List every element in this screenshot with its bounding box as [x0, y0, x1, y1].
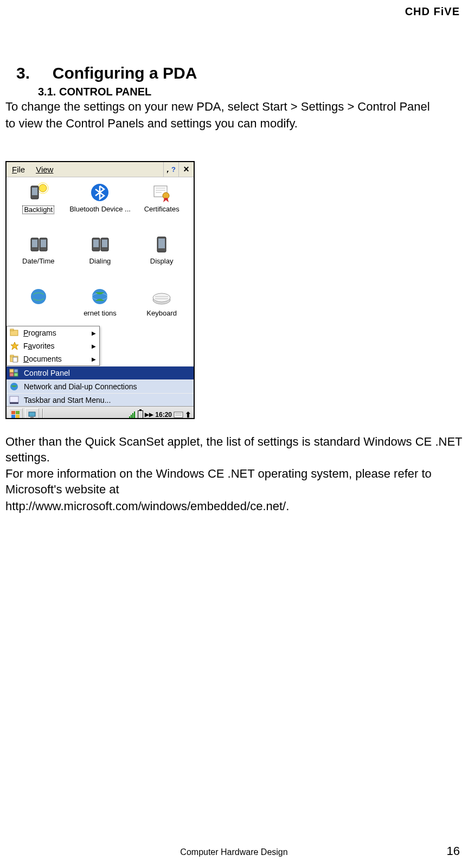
- section-title: Configuring a PDA: [53, 64, 197, 82]
- start-item-label: Control Panel: [24, 369, 70, 377]
- cp-item-display[interactable]: Display: [131, 233, 193, 282]
- cp-label: ernet tions: [84, 310, 117, 317]
- submenu-documents[interactable]: Documents ▶: [7, 352, 99, 365]
- programs-icon: [9, 328, 20, 338]
- cp-label: Certificates: [144, 205, 179, 213]
- documents-icon: [9, 354, 20, 364]
- svg-rect-40: [11, 411, 15, 414]
- svg-rect-35: [10, 373, 14, 376]
- cp-item-backlight[interactable]: Backlight: [8, 181, 69, 230]
- body-para-2c: http://www.microsoft.com/windows/embedde…: [5, 499, 463, 515]
- control-panel-icon: [9, 368, 20, 378]
- submenu-programs[interactable]: Programs ▶: [7, 326, 99, 339]
- menu-file[interactable]: File: [7, 163, 30, 176]
- chevron-right-icon: ▶: [92, 356, 96, 362]
- chevron-right-icon: ▶: [92, 343, 96, 349]
- svg-rect-34: [14, 369, 18, 372]
- cp-item-certificates[interactable]: Certificates: [131, 181, 193, 230]
- svg-rect-47: [131, 415, 132, 418]
- display-icon: [150, 233, 174, 256]
- body-para-1b: to view the Control Panels and settings …: [5, 116, 463, 132]
- svg-point-21: [31, 289, 46, 304]
- svg-rect-12: [32, 240, 37, 247]
- start-control-panel[interactable]: Control Panel: [7, 366, 194, 380]
- close-icon: ×: [183, 164, 189, 175]
- body-para-1a: To change the settings on your new PDA, …: [5, 99, 463, 115]
- svg-rect-39: [10, 402, 18, 404]
- svg-rect-42: [11, 415, 15, 418]
- page-header-brand: CHD FiVE: [5, 5, 463, 18]
- start-button[interactable]: [9, 408, 23, 419]
- taskbar-icon: [9, 395, 20, 405]
- page-number: 16: [447, 844, 460, 858]
- svg-rect-36: [14, 373, 18, 376]
- page-footer: Computer Hardware Design: [0, 847, 468, 857]
- menubar: File View ? ×: [7, 162, 194, 177]
- cp-label: Display: [150, 258, 174, 265]
- cp-item-keyboard[interactable]: Keyboard: [131, 285, 193, 335]
- svg-rect-4: [32, 188, 37, 195]
- svg-rect-17: [93, 240, 99, 247]
- start-item-label: Network and Dial-up Connections: [24, 382, 137, 391]
- globe-icon: [27, 285, 50, 308]
- subsection-heading: 3.1. CONTROL PANEL: [38, 86, 463, 98]
- bluetooth-icon: [88, 181, 112, 204]
- svg-rect-43: [16, 415, 20, 418]
- desktop-icon: [28, 411, 36, 419]
- svg-rect-45: [30, 417, 34, 418]
- backlight-icon: [27, 181, 50, 204]
- network-icon: [9, 382, 20, 391]
- section-number: 3.: [16, 64, 30, 82]
- submenu-favorites[interactable]: Favorites ▶: [7, 339, 99, 352]
- cp-label: Keyboard: [146, 310, 177, 317]
- svg-rect-29: [10, 329, 14, 331]
- sip-icon[interactable]: [174, 410, 183, 419]
- cp-label: Date/Time: [22, 258, 54, 265]
- dialing-icon: [88, 233, 112, 256]
- windows-flag-icon: [11, 410, 21, 419]
- cp-item-bluetooth[interactable]: Bluetooth Device ...: [69, 181, 131, 230]
- start-menu: Control Panel Network and Dial-up Connec…: [7, 366, 194, 407]
- start-taskbar-menu[interactable]: Taskbar and Start Menu...: [7, 393, 194, 407]
- cp-label: Dialing: [89, 258, 111, 265]
- section-heading: 3. Configuring a PDA: [16, 64, 463, 82]
- help-icon: ?: [166, 165, 176, 174]
- taskbar-desktop-button[interactable]: [25, 408, 39, 419]
- cp-label: Backlight: [22, 205, 54, 214]
- svg-rect-44: [29, 412, 35, 416]
- tray-up-arrow-icon[interactable]: ⬆: [185, 410, 191, 419]
- svg-rect-20: [158, 239, 165, 248]
- svg-rect-32: [13, 357, 17, 362]
- keyboard-icon: [150, 285, 174, 308]
- cp-item-datetime[interactable]: Date/Time: [8, 233, 69, 282]
- svg-point-1: [39, 184, 47, 192]
- cp-label: Bluetooth Device ...: [69, 205, 131, 213]
- svg-rect-31: [10, 355, 14, 357]
- close-button[interactable]: ×: [178, 162, 194, 177]
- start-item-label: Taskbar and Start Menu...: [24, 396, 111, 404]
- body-para-2a: Other than the Quick ScanSet applet, the…: [5, 434, 463, 465]
- taskbar-clock[interactable]: 16:20: [155, 411, 172, 419]
- battery-icon: [138, 410, 143, 419]
- start-network[interactable]: Network and Dial-up Connections: [7, 380, 194, 393]
- svg-point-22: [92, 289, 107, 304]
- favorites-icon: [9, 341, 20, 351]
- svg-rect-50: [174, 412, 183, 417]
- help-button[interactable]: ?: [163, 162, 178, 177]
- cp-item-dialing[interactable]: Dialing: [69, 233, 131, 282]
- subsection-title-first: C: [59, 86, 67, 98]
- svg-rect-38: [10, 396, 18, 402]
- control-panel-grid: Backlight Bluetooth Device ...: [7, 177, 194, 335]
- system-tray: ▶▶ 16:20 ⬆: [129, 410, 191, 419]
- body-para-2b: For more information on the Windows CE .…: [5, 466, 463, 497]
- certificates-icon: [150, 181, 174, 204]
- subsection-title-rest: ONTROL PANEL: [67, 86, 151, 98]
- svg-rect-41: [16, 411, 20, 414]
- pda-client-area: Backlight Bluetooth Device ...: [7, 177, 194, 418]
- svg-rect-14: [41, 240, 46, 247]
- svg-rect-46: [129, 416, 130, 418]
- svg-rect-48: [132, 413, 133, 418]
- menu-view[interactable]: View: [30, 163, 59, 176]
- svg-rect-18: [102, 240, 107, 247]
- svg-rect-49: [134, 412, 135, 418]
